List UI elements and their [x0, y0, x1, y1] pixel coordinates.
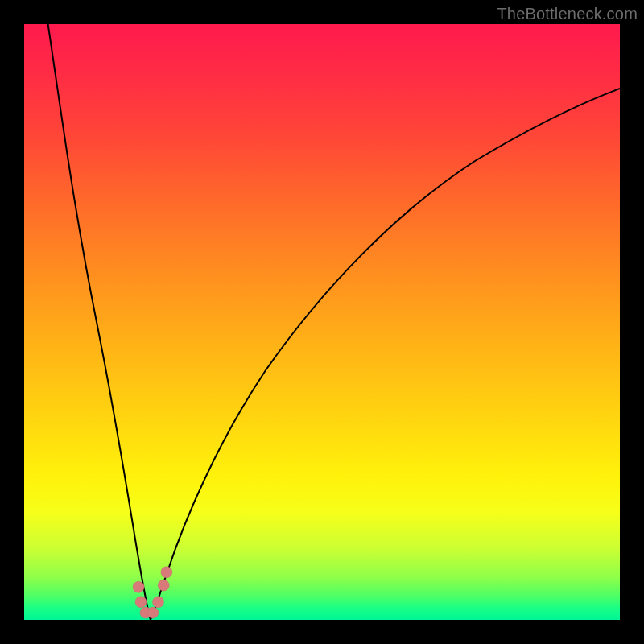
marker-point: [147, 607, 159, 618]
watermark-text: TheBottleneck.com: [497, 5, 638, 23]
marker-point: [135, 597, 147, 608]
highlighted-markers: [133, 567, 172, 618]
marker-point: [133, 581, 144, 592]
curve-layer: [24, 24, 620, 620]
bottleneck-curve-right: [151, 89, 620, 620]
marker-point: [161, 567, 172, 578]
plot-area: [24, 24, 620, 620]
chart-frame: TheBottleneck.com: [0, 0, 644, 644]
marker-point: [158, 580, 169, 591]
bottleneck-curve-left: [48, 24, 151, 620]
marker-point: [153, 597, 164, 608]
